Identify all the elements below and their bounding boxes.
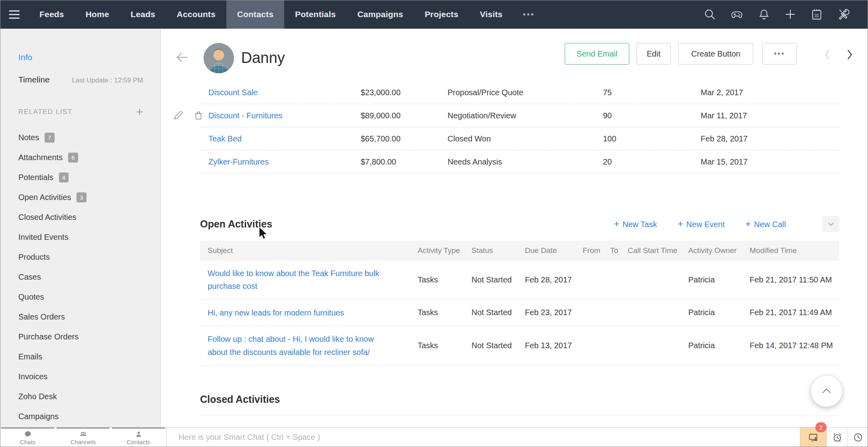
potential-probability: 75	[603, 88, 701, 97]
sidebar-item-invoices[interactable]: Invoices	[18, 367, 143, 386]
edit-button[interactable]: Edit	[636, 43, 671, 65]
back-arrow-icon[interactable]	[174, 49, 190, 65]
scroll-to-top-button[interactable]	[811, 376, 842, 407]
nav-item-leads[interactable]: Leads	[120, 0, 166, 29]
chats-tab[interactable]: Chats	[1, 427, 54, 447]
activity-modified-time: Feb 14, 2017 12:48 PM	[750, 341, 839, 350]
activity-status: Not Started	[471, 341, 525, 350]
send-email-button[interactable]: Send Email	[565, 43, 629, 65]
avatar-photo	[204, 43, 234, 73]
contact-avatar[interactable]	[204, 43, 234, 73]
potential-close-date: Mar 15, 2017	[701, 157, 839, 167]
potential-stage: Needs Analysis	[448, 157, 603, 167]
next-record-icon[interactable]	[844, 48, 856, 61]
smart-chat-input[interactable]	[167, 427, 800, 447]
potential-row[interactable]: Discount - Furnitures $89,000.00 Negotia…	[200, 104, 839, 127]
activity-type: Tasks	[418, 341, 471, 350]
plus-icon: +	[678, 219, 683, 229]
potential-probability: 90	[603, 111, 701, 120]
reminders-button[interactable]	[827, 427, 847, 447]
nav-item-accounts[interactable]: Accounts	[166, 0, 226, 29]
new-task-link[interactable]: +New Task	[614, 219, 657, 229]
notifications-bell-icon[interactable]	[757, 8, 771, 21]
nav-icon-group: 31	[703, 8, 868, 21]
activity-row[interactable]: Hi, any new leads for modern furnitues T…	[200, 300, 839, 326]
potential-amount: $65,700.00	[361, 134, 448, 143]
sidebar-item-attachments[interactable]: Attachments6	[18, 147, 143, 167]
people-group-icon	[79, 430, 88, 438]
contacts-tab[interactable]: Contacts	[112, 427, 165, 447]
nav-item-potentials[interactable]: Potentials	[284, 0, 346, 29]
activity-row[interactable]: Would like to know about the Teak Furnit…	[200, 261, 839, 300]
sidebar-item-purchase-orders[interactable]: Purchase Orders	[18, 327, 143, 347]
related-list-heading: RELATED LIST	[18, 108, 73, 116]
collapse-section-button[interactable]	[823, 216, 839, 232]
chevron-down-icon	[827, 220, 835, 228]
sidebar-item-potentials[interactable]: Potentials4	[18, 167, 143, 187]
activity-status: Not Started	[471, 275, 525, 284]
activity-due-date: Feb 23, 2017	[525, 308, 583, 317]
activity-owner: Patricia	[688, 341, 750, 350]
nav-more-icon[interactable]: •••	[513, 10, 544, 19]
add-icon[interactable]	[784, 8, 797, 21]
potential-amount: $89,000.00	[361, 111, 448, 120]
sidebar-item-products[interactable]: Products	[18, 247, 143, 267]
activity-owner: Patricia	[688, 308, 750, 317]
activity-subject-link[interactable]: Follow up : chat about - Hi, I would lik…	[208, 333, 396, 359]
new-event-link[interactable]: +New Event	[678, 219, 725, 229]
nav-item-feeds[interactable]: Feeds	[29, 0, 75, 29]
visitor-tracking-button[interactable]: 2	[800, 427, 827, 447]
nav-item-contacts[interactable]: Contacts	[226, 0, 284, 29]
setup-tools-icon[interactable]	[836, 8, 850, 21]
activity-subject-link[interactable]: Would like to know about the Teak Furnit…	[208, 267, 396, 293]
related-list: Notes7 Attachments6 Potentials4 Open Act…	[18, 127, 143, 426]
nav-item-projects[interactable]: Projects	[414, 0, 469, 29]
potential-name-link[interactable]: Teak Bed	[200, 134, 361, 143]
notes-count-badge: 7	[45, 133, 54, 143]
hamburger-menu-icon[interactable]	[0, 0, 29, 29]
sidebar-item-sales-orders[interactable]: Sales Orders	[18, 307, 143, 327]
chat-bubble-icon	[24, 430, 32, 438]
potential-close-date: Mar 11, 2017	[701, 111, 839, 120]
sidebar-item-open-activities[interactable]: Open Activities3	[18, 187, 143, 207]
sidebar-item-quotes[interactable]: Quotes	[18, 287, 143, 307]
sidebar-item-info[interactable]: Info	[18, 53, 143, 62]
gamepad-icon[interactable]	[729, 8, 744, 21]
channels-tab[interactable]: Channels	[57, 427, 110, 447]
edit-row-icon[interactable]	[172, 110, 184, 122]
potential-close-date: Feb 28, 2017	[701, 134, 839, 143]
previous-record-icon[interactable]	[821, 48, 833, 61]
potentials-count-badge: 4	[59, 173, 69, 182]
sidebar-item-timeline[interactable]: Timeline	[18, 75, 50, 84]
smart-chat-input-wrap	[166, 427, 800, 447]
potential-name-link[interactable]: Zylker-Furnitures	[200, 157, 361, 167]
potential-row[interactable]: Discount Sale $23,000.00 Proposal/Price …	[200, 81, 839, 104]
alarm-clock-icon	[832, 432, 843, 443]
create-button[interactable]: Create Button	[678, 43, 753, 65]
nav-item-campaigns[interactable]: Campaigns	[347, 0, 414, 29]
sidebar-item-notes[interactable]: Notes7	[18, 127, 143, 147]
search-icon[interactable]	[703, 8, 717, 21]
record-more-actions-button[interactable]: •••	[762, 43, 797, 65]
delete-row-icon[interactable]	[193, 110, 204, 122]
potential-stage: Proposal/Price Quote	[448, 88, 603, 97]
sidebar-item-cases[interactable]: Cases	[18, 267, 143, 287]
activity-subject-link[interactable]: Hi, any new leads for modern furnitues	[208, 306, 396, 319]
add-related-list-icon[interactable]: +	[136, 108, 143, 116]
potential-name-link[interactable]: Discount - Furnitures	[200, 111, 361, 120]
sidebar-item-emails[interactable]: Emails	[18, 347, 143, 367]
sidebar-item-invited-events[interactable]: Invited Events	[18, 227, 143, 247]
nav-item-visits[interactable]: Visits	[469, 0, 513, 29]
nav-item-home[interactable]: Home	[75, 0, 120, 29]
sidebar-item-closed-activities[interactable]: Closed Activities	[18, 207, 143, 227]
new-call-link[interactable]: +New Call	[746, 219, 786, 229]
potential-name-link[interactable]: Discount Sale	[200, 88, 361, 97]
potential-row[interactable]: Zylker-Furnitures $7,800.00 Needs Analys…	[200, 151, 839, 174]
sidebar-item-campaigns[interactable]: Campaigns	[18, 406, 143, 426]
sidebar-item-zoho-desk[interactable]: Zoho Desk	[18, 386, 143, 406]
calendar-icon[interactable]: 31	[810, 8, 823, 21]
potential-row[interactable]: Teak Bed $65,700.00 Closed Won 100 Feb 2…	[200, 127, 839, 151]
potential-close-date: Mar 2, 2017	[701, 88, 839, 97]
recent-items-button[interactable]	[847, 427, 868, 447]
activity-row[interactable]: Follow up : chat about - Hi, I would lik…	[200, 326, 839, 366]
